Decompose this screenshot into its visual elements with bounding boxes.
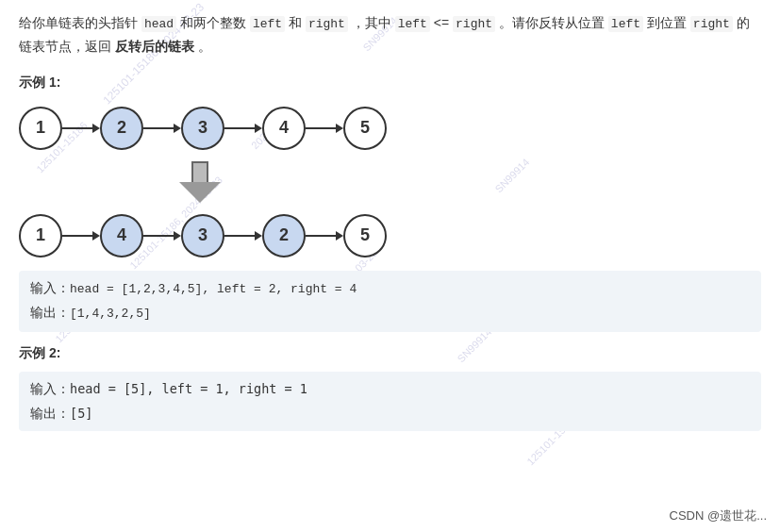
- node-before-1: 1: [19, 107, 62, 150]
- description-text: 给你单链表的头指针 head 和两个整数 left 和 right ，其中 le…: [19, 11, 761, 59]
- arrow-shaft: [191, 161, 208, 182]
- node-before-4: 4: [262, 107, 306, 150]
- example2-input-label: 输入：: [30, 382, 70, 396]
- example2-io: 输入：head = [5], left = 1, right = 1 输出：[5…: [19, 372, 761, 431]
- node-before-2: 2: [100, 107, 143, 150]
- down-arrow: [179, 161, 221, 203]
- node-after-2: 2: [262, 214, 306, 258]
- example2-input-value: head = [5], left = 1, right = 1: [70, 381, 307, 396]
- node-before-5: 5: [343, 107, 387, 150]
- example2-title: 示例 2:: [19, 345, 761, 362]
- node-after-4: 4: [100, 214, 143, 258]
- branding-text: CSDN @遗世花...: [670, 507, 767, 524]
- node-after-1: 1: [19, 214, 62, 258]
- example1-output-label: 输出：: [30, 306, 70, 320]
- example1-io: 输入：head = [1,2,3,4,5], left = 2, right =…: [19, 271, 761, 332]
- node-after-3: 3: [181, 214, 224, 258]
- example1-output-value: [1,4,3,2,5]: [70, 307, 151, 321]
- example1-input-value: head = [1,2,3,4,5], left = 2, right = 4: [70, 282, 357, 296]
- example2-output-value: [5]: [70, 406, 92, 421]
- node-after-5: 5: [343, 214, 387, 258]
- arrow-head: [179, 182, 221, 203]
- node-before-3: 3: [181, 107, 224, 150]
- down-arrow-container: [19, 159, 221, 205]
- diagram-area: 1 2 3 4 5 1 4 3 2 5: [19, 101, 761, 263]
- after-list-row: 1 4 3 2 5: [19, 214, 387, 258]
- example1-title: 示例 1:: [19, 75, 761, 91]
- before-list-row: 1 2 3 4 5: [19, 107, 387, 150]
- example1-input-label: 输入：: [30, 281, 70, 295]
- example2-output-label: 输出：: [30, 407, 70, 421]
